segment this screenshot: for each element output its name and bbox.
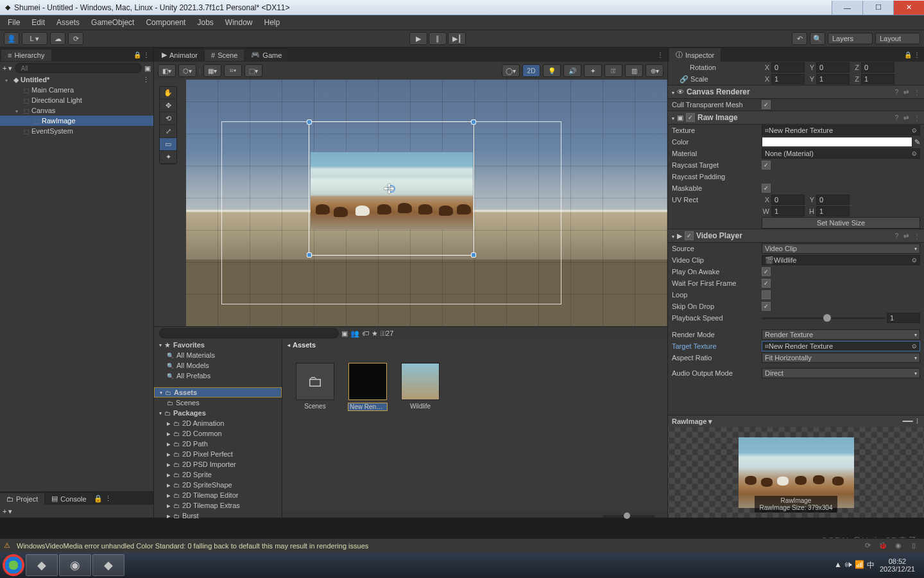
asset-render-texture[interactable]: New Rend… <box>348 363 388 499</box>
menu-file[interactable]: File <box>3 17 25 28</box>
step-button[interactable]: ▶┃ <box>448 32 466 45</box>
tab-game[interactable]: 🎮 Game <box>244 48 288 61</box>
scale-tool[interactable]: ⤢ <box>160 125 176 138</box>
move-tool[interactable]: ✥ <box>160 100 176 112</box>
menu-component[interactable]: Component <box>141 17 191 28</box>
hierarchy-item-selected[interactable]: RawImage <box>0 116 153 126</box>
maximize-button[interactable] <box>862 1 893 15</box>
raycast-target-checkbox[interactable] <box>762 161 771 170</box>
tab-project[interactable]: 🗀 Project <box>0 493 44 505</box>
menu-help[interactable]: Help <box>259 17 286 28</box>
preview-header[interactable]: RawImage ▾━━━ ⋮ <box>668 416 924 427</box>
tab-hierarchy[interactable]: ≡ Hierarchy <box>1 49 51 61</box>
grid-toggle[interactable]: ▦▾ <box>203 64 221 77</box>
material-field[interactable]: None (Material) <box>762 148 920 159</box>
panel-menu-icon[interactable]: ⋮ <box>653 51 667 58</box>
move-gizmo-icon[interactable]: ✢ <box>384 181 399 197</box>
scale-y[interactable] <box>816 74 850 84</box>
asset-folder[interactable]: 🗀Scenes <box>295 363 335 499</box>
raw-image-enable[interactable] <box>686 113 695 122</box>
panel-lock-icon[interactable]: 🔒 ⋮ <box>94 495 112 503</box>
clock[interactable]: 08:522023/12/21 <box>880 557 915 573</box>
folder-pkg[interactable]: ▸ 2D Animation <box>154 418 282 428</box>
folder-pkg[interactable]: ▸ 2D Path <box>154 439 282 449</box>
hierarchy-tree[interactable]: ◆ Untitled*⋮ Main Camera Directional Lig… <box>0 74 153 491</box>
set-native-size-button[interactable]: Set Native Size <box>762 217 920 229</box>
manage-icon[interactable]: ⟳ <box>68 32 83 45</box>
create-dropdown[interactable]: + ▾ <box>3 64 12 73</box>
status-message[interactable]: WindowsVideoMedia error unhandled Color … <box>17 542 368 550</box>
color-field[interactable] <box>762 137 912 147</box>
scale-x[interactable] <box>771 74 805 84</box>
hierarchy-item[interactable]: Canvas <box>0 105 153 116</box>
gizmos-dropdown[interactable]: ⊕▾ <box>646 64 663 77</box>
thumbnail-size-slider[interactable] <box>603 515 654 518</box>
layers-dropdown[interactable]: Layers <box>828 33 873 44</box>
minimize-button[interactable] <box>832 1 862 15</box>
uv-w[interactable] <box>771 206 805 216</box>
eyedropper-icon[interactable]: ✎ <box>914 138 920 146</box>
uv-x[interactable] <box>771 195 805 205</box>
hierarchy-item[interactable]: EventSystem <box>0 126 153 136</box>
skybox-icon[interactable]: ◯▾ <box>502 64 520 77</box>
scene-viewport[interactable]: ✢ ✋ ✥ ⟲ ⤢ ▭ ✦ <box>154 80 667 326</box>
draw-mode-dropdown[interactable]: ◧▾ <box>158 64 176 77</box>
2d-toggle[interactable]: 2D <box>522 64 540 77</box>
undo-history-icon[interactable]: ↶ <box>792 32 807 45</box>
fx-icon[interactable]: ✦ <box>584 64 602 77</box>
hierarchy-scene[interactable]: ◆ Untitled*⋮ <box>0 74 153 85</box>
status-menu-icon[interactable]: ▯ <box>907 541 920 550</box>
taskbar-chrome[interactable]: ◉ <box>59 554 91 576</box>
menu-window[interactable]: Window <box>220 17 258 28</box>
rotate-tool[interactable]: ⟲ <box>160 112 176 125</box>
rect-tool[interactable]: ▭ <box>160 138 176 151</box>
video-player-enable[interactable] <box>685 231 694 240</box>
uv-h[interactable] <box>816 206 850 216</box>
panel-lock-icon[interactable]: 🔒 ⋮ <box>130 51 153 58</box>
hierarchy-item[interactable]: Main Camera <box>0 85 153 95</box>
layout-dropdown[interactable]: Layout <box>875 33 920 44</box>
folder-pkg[interactable]: ▸ 2D PSD Importer <box>154 459 282 469</box>
hand-tool[interactable]: ✋ <box>160 87 176 100</box>
snap-increment[interactable]: ⬚▾ <box>244 64 262 77</box>
rotation-y[interactable] <box>816 62 850 73</box>
playback-speed-slider[interactable] <box>762 317 885 319</box>
project-search[interactable] <box>159 328 339 338</box>
favorite-icon[interactable]: ★ <box>372 329 378 338</box>
auto-refresh-icon[interactable]: ⟳ <box>861 541 874 550</box>
wait-first-frame-checkbox[interactable] <box>762 279 771 288</box>
create-dropdown[interactable]: + ▾ <box>3 507 12 516</box>
menu-gameobject[interactable]: GameObject <box>86 17 139 28</box>
folder-fav-item[interactable]: All Models <box>154 360 282 371</box>
cloud-icon[interactable]: ☁ <box>50 32 65 45</box>
transform-tool[interactable]: ✦ <box>160 151 176 164</box>
account-dropdown[interactable]: 👤 <box>4 32 19 45</box>
filter-type-icon[interactable]: 👥 <box>350 329 359 338</box>
scale-z[interactable] <box>861 74 894 84</box>
hidden-icon[interactable]: 👁̷ <box>604 64 622 77</box>
assets-grid[interactable]: 🗀Scenes New Rend… Wildlife <box>282 350 667 512</box>
hierarchy-search[interactable] <box>15 63 142 73</box>
tab-scene[interactable]: # Scene <box>205 49 244 61</box>
camera-icon[interactable]: ▥ <box>625 64 643 77</box>
menu-jobs[interactable]: Jobs <box>192 17 218 28</box>
audio-output-dropdown[interactable]: Direct <box>762 368 920 378</box>
folder-pkg[interactable]: ▸ 2D SpriteShape <box>154 480 282 490</box>
play-button[interactable]: ▶ <box>409 32 427 45</box>
filter-icon[interactable]: ▣ <box>341 329 348 338</box>
maskable-checkbox[interactable] <box>762 184 771 193</box>
status-activity-icon[interactable]: ◉ <box>892 541 905 550</box>
light-icon[interactable]: 💡 <box>543 64 561 77</box>
pause-button[interactable]: ∥ <box>429 32 447 45</box>
playback-speed-value[interactable]: 1 <box>887 313 920 323</box>
close-button[interactable] <box>893 1 924 15</box>
rawimage-selection[interactable]: ✢ <box>309 121 474 256</box>
menu-assets[interactable]: Assets <box>51 17 85 28</box>
tab-inspector[interactable]: ⓘ Inspector <box>669 48 721 62</box>
folder-pkg[interactable]: ▸ 2D Pixel Perfect <box>154 449 282 459</box>
search-save-icon[interactable]: ▣ <box>144 64 151 73</box>
target-texture-field[interactable]: ⌗New Render Texture <box>762 341 920 351</box>
taskbar-unity-hub[interactable]: ◆ <box>92 554 124 576</box>
folder-favorites[interactable]: ▾★ Favorites <box>154 340 282 350</box>
folder-fav-item[interactable]: All Materials <box>154 350 282 360</box>
